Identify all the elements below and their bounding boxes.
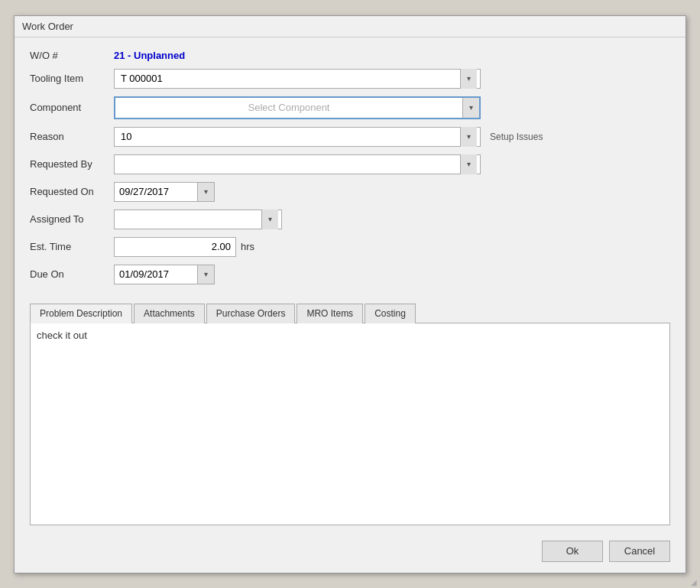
assigned-to-dropdown-icon: ▾: [268, 215, 272, 223]
est-time-input[interactable]: [114, 237, 236, 257]
component-dropdown-btn[interactable]: ▾: [462, 98, 479, 118]
wo-row: W/O # 21 - Unplanned: [30, 50, 670, 61]
tab-purchase-label: Purchase Orders: [216, 308, 286, 319]
component-wrap: Select Component ▾: [114, 96, 481, 119]
tab-problem-description[interactable]: Problem Description: [30, 304, 132, 323]
est-time-row: Est. Time hrs: [30, 237, 670, 257]
due-on-input[interactable]: [114, 265, 198, 284]
button-row: Ok Cancel: [15, 533, 685, 573]
due-on-wrap: ▾: [114, 265, 481, 284]
window-title: Work Order: [22, 21, 73, 32]
resize-handle[interactable]: ◢: [691, 578, 697, 586]
cancel-label: Cancel: [624, 545, 655, 557]
tab-mro-label: MRO Items: [306, 308, 353, 319]
component-select[interactable]: Select Component ▾: [114, 96, 481, 119]
component-dropdown-icon: ▾: [469, 103, 473, 112]
tabs-container: Problem Description Attachments Purchase…: [30, 303, 670, 525]
assigned-to-row: Assigned To ▾: [30, 210, 670, 229]
requested-on-date: ▾: [114, 182, 215, 202]
component-row: Component Select Component ▾: [30, 96, 670, 119]
component-placeholder: Select Component: [115, 102, 462, 113]
requested-by-label: Requested By: [30, 158, 114, 170]
due-on-calendar-icon: ▾: [204, 270, 208, 278]
assigned-to-wrap: ▾: [114, 210, 481, 229]
due-on-label: Due On: [30, 268, 114, 280]
form-content: W/O # 21 - Unplanned Tooling Item T 0000…: [15, 37, 685, 533]
reason-wrap: 10 ▾: [114, 127, 481, 147]
tab-attachments[interactable]: Attachments: [134, 304, 205, 323]
requested-by-dropdown-btn[interactable]: ▾: [460, 154, 477, 174]
requested-by-wrap: ▾: [114, 154, 481, 174]
wo-value: 21 - Unplanned: [114, 50, 185, 61]
reason-select[interactable]: 10 ▾: [114, 127, 481, 147]
assigned-to-label: Assigned To: [30, 213, 114, 225]
requested-on-label: Requested On: [30, 186, 114, 197]
due-on-row: Due On ▾: [30, 265, 670, 284]
title-bar: Work Order: [15, 16, 685, 37]
requested-by-select[interactable]: ▾: [114, 154, 481, 174]
tabs-header: Problem Description Attachments Purchase…: [30, 303, 670, 323]
tab-attachments-label: Attachments: [144, 308, 195, 319]
requested-by-dropdown-icon: ▾: [467, 160, 471, 168]
problem-description-text: check it out: [37, 330, 663, 341]
reason-selected-value: 10: [118, 131, 460, 142]
setup-issues-link[interactable]: Setup Issues: [490, 132, 543, 142]
tab-problem-label: Problem Description: [40, 308, 122, 319]
tooling-dropdown-btn[interactable]: ▾: [460, 69, 477, 89]
wo-label: W/O #: [30, 50, 114, 61]
est-time-label: Est. Time: [30, 241, 114, 252]
requested-on-input[interactable]: [114, 182, 198, 202]
tab-mro-items[interactable]: MRO Items: [297, 304, 363, 323]
est-time-unit: hrs: [241, 241, 254, 252]
wo-value-wrap: 21 - Unplanned: [114, 50, 481, 61]
tab-purchase-orders[interactable]: Purchase Orders: [206, 304, 296, 323]
tooling-selected-value: T 000001: [118, 73, 460, 84]
tooling-dropdown-icon: ▾: [467, 74, 471, 83]
requested-by-row: Requested By ▾: [30, 154, 670, 174]
requested-on-calendar-icon: ▾: [204, 187, 208, 196]
tooling-select[interactable]: T 000001 ▾: [114, 69, 481, 89]
requested-on-row: Requested On ▾: [30, 182, 670, 202]
tab-costing-label: Costing: [374, 308, 406, 319]
resize-icon: ◢: [691, 578, 697, 586]
assigned-to-dropdown-btn[interactable]: ▾: [261, 210, 278, 229]
due-on-date: ▾: [114, 265, 215, 284]
reason-dropdown-btn[interactable]: ▾: [460, 127, 477, 147]
ok-button[interactable]: Ok: [542, 541, 603, 562]
est-time-wrap: hrs: [114, 237, 481, 257]
ok-label: Ok: [566, 545, 579, 557]
work-order-window: Work Order W/O # 21 - Unplanned Tooling …: [14, 15, 686, 573]
component-label: Component: [30, 102, 114, 113]
tooling-row: Tooling Item T 000001 ▾: [30, 69, 670, 89]
assigned-to-select[interactable]: ▾: [114, 210, 282, 229]
requested-on-calendar-btn[interactable]: ▾: [198, 182, 215, 202]
tooling-label: Tooling Item: [30, 73, 114, 84]
due-on-calendar-btn[interactable]: ▾: [198, 265, 215, 284]
reason-label: Reason: [30, 131, 114, 142]
tab-content-problem: check it out: [30, 323, 670, 525]
reason-dropdown-icon: ▾: [467, 132, 471, 141]
tab-costing[interactable]: Costing: [365, 304, 416, 323]
requested-on-wrap: ▾: [114, 182, 481, 202]
tooling-wrap: T 000001 ▾: [114, 69, 481, 89]
reason-row: Reason 10 ▾ Setup Issues: [30, 127, 670, 147]
cancel-button[interactable]: Cancel: [609, 541, 670, 562]
